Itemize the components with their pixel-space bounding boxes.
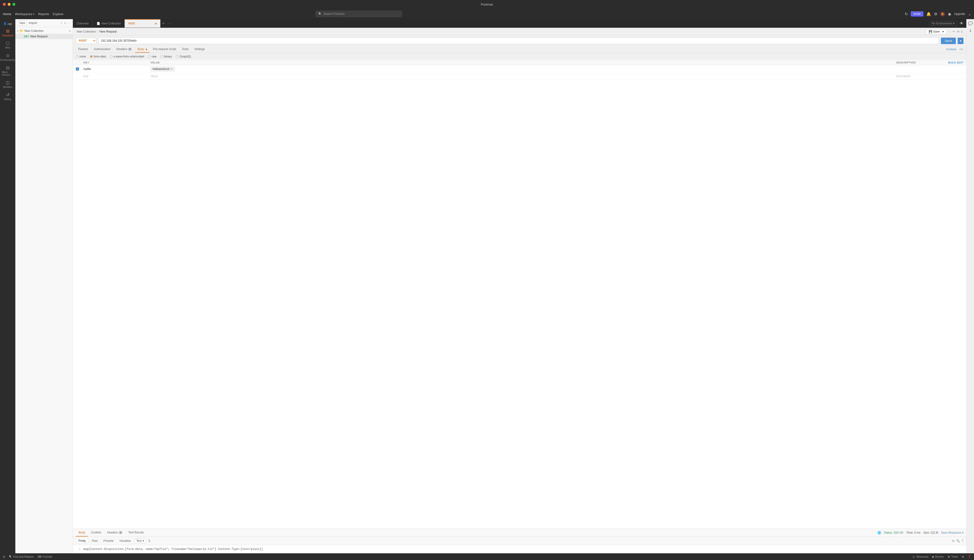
filter-icon[interactable]: ⇅ — [148, 539, 150, 543]
add-icon[interactable]: + — [61, 21, 62, 25]
bootcamp-button[interactable]: 🎓 Bootcamp — [912, 555, 929, 558]
notification-icon[interactable]: 🔔 — [926, 12, 931, 16]
radio-binary[interactable]: binary — [160, 55, 172, 58]
sidebar-item-monitors[interactable]: ◫ Monitors — [1, 78, 14, 90]
nav-explore[interactable]: Explore — [53, 12, 63, 16]
window-controls[interactable] — [3, 3, 15, 6]
save-button[interactable]: 💾 Save ▾ — [926, 29, 946, 34]
layout-toggle[interactable]: ⊞ — [962, 555, 964, 558]
search-bar[interactable]: 🔍 Search Postman — [316, 11, 402, 17]
radio-none[interactable]: none — [76, 55, 86, 58]
radio-graphql[interactable]: GraphQL — [176, 55, 191, 58]
request-item[interactable]: GET New Request — [15, 34, 73, 39]
environment-selector[interactable]: No Environment ▾ — [930, 21, 957, 26]
text-wrap-icon[interactable]: T — [962, 539, 964, 543]
save-dropdown-icon[interactable]: ▾ — [941, 30, 944, 33]
tab-body[interactable]: Body — [135, 46, 150, 53]
breadcrumb-collection[interactable]: New Collection — [77, 30, 96, 33]
sidebar-item-mock-servers[interactable]: ⊟ Mock Servers — [1, 64, 14, 78]
console-button[interactable]: ⌨ Console — [38, 555, 52, 558]
more-tabs-button[interactable]: ··· — [167, 22, 173, 25]
breadcrumb-actions: 💾 Save ▾ ··· ✏ ✉ ℹ — [926, 29, 962, 34]
tab-pre-request[interactable]: Pre-request Script — [150, 46, 179, 53]
tab-tests[interactable]: Tests — [179, 46, 191, 53]
remove-file-button[interactable]: ✕ — [170, 68, 172, 71]
invite-button[interactable]: Invite — [911, 11, 924, 17]
trash-icon: 🗑 — [947, 555, 950, 558]
tabbar-right: No Environment ▾ 👁 — [930, 21, 966, 26]
add-tab-button[interactable]: + — [160, 21, 166, 26]
nav-home[interactable]: Home — [3, 12, 11, 16]
user-avatar[interactable]: 👤 pgp — [2, 21, 13, 26]
key-cell[interactable]: myfile — [84, 67, 150, 71]
tab-new-collection[interactable]: 📄 New Collection — [93, 19, 125, 28]
trash-button[interactable]: 🗑 Trash — [947, 555, 958, 558]
edit-icon[interactable]: ✏ — [953, 30, 955, 33]
sidebar-item-environments[interactable]: ⊙ Environments — [1, 52, 14, 63]
resp-tab-headers[interactable]: Headers 3 — [104, 529, 125, 537]
description-placeholder[interactable]: Description — [896, 75, 944, 78]
code-content[interactable]: map[Content-Disposition:[form-data; name… — [84, 547, 263, 552]
cookies-link[interactable]: Cookies — [946, 48, 956, 51]
sync-icon[interactable]: ↻ — [905, 12, 908, 16]
rv-tab-pretty[interactable]: Pretty — [76, 538, 89, 543]
radio-urlencoded[interactable]: x-www-form-urlencoded — [110, 55, 144, 58]
tab-authorization[interactable]: Authorization — [91, 46, 113, 53]
nav-reports[interactable]: Reports — [38, 12, 49, 16]
code-icon[interactable]: </> — [959, 48, 964, 51]
resp-tab-body[interactable]: Body — [76, 529, 88, 537]
more-actions-button[interactable]: ··· — [948, 30, 951, 33]
tab-headers[interactable]: Headers 9 — [114, 46, 134, 53]
help-icon[interactable]: ❓ — [968, 555, 971, 558]
value-placeholder[interactable]: Value — [150, 75, 896, 78]
collection-badge: ⇅ — [69, 30, 71, 32]
sidebar-item-history[interactable]: ↺ History — [1, 91, 14, 102]
row-checkbox[interactable]: ✓ — [76, 67, 79, 71]
filter-icon[interactable]: ≡ — [64, 21, 66, 25]
save-response-button[interactable]: Save Response ▾ — [941, 531, 964, 534]
send-dropdown-button[interactable]: ▾ — [958, 38, 964, 44]
rv-tab-preview[interactable]: Preview — [101, 538, 116, 543]
copy-icon[interactable]: ⧉ — [952, 539, 954, 543]
info-icon[interactable]: ℹ — [970, 28, 971, 33]
send-button[interactable]: Send — [941, 38, 956, 44]
nav-workspaces[interactable]: Workspaces ▾ — [15, 12, 34, 16]
avatar-icon[interactable]: ◉ — [948, 12, 951, 16]
tab-settings[interactable]: Settings — [192, 46, 207, 53]
rv-tab-visualize[interactable]: Visualize — [117, 538, 133, 543]
upgrade-button[interactable]: Upgrade — [954, 12, 965, 15]
comment-icon[interactable]: 💬 — [968, 21, 973, 26]
sidebar-item-collections[interactable]: ⊞ Collections — [1, 27, 14, 38]
import-button[interactable]: Import — [29, 21, 37, 25]
bell-icon[interactable]: 🔕 — [940, 12, 945, 16]
key-placeholder[interactable]: Key — [84, 75, 150, 78]
tab-request[interactable]: POST New Request — [125, 19, 160, 28]
bulk-edit-link[interactable]: Bulk Edit — [944, 61, 964, 64]
minimize-button[interactable] — [8, 3, 10, 6]
radio-form-data[interactable]: form-data — [90, 55, 106, 58]
close-button[interactable] — [3, 3, 6, 6]
expand-icon[interactable]: ⌄ — [968, 12, 971, 16]
text-format-selector[interactable]: Text ▾ — [134, 538, 146, 543]
search-icon[interactable]: 🔍 — [956, 539, 960, 543]
send-to-icon[interactable]: ✉ — [957, 30, 959, 33]
radio-raw[interactable]: raw — [148, 55, 156, 58]
eye-icon[interactable]: 👁 — [960, 21, 964, 26]
tab-overview[interactable]: Overview — [73, 19, 93, 28]
resp-tab-cookies[interactable]: Cookies — [88, 529, 104, 537]
resp-tab-test-results[interactable]: Test Results — [125, 529, 147, 537]
new-button[interactable]: New — [18, 21, 27, 25]
tab-params[interactable]: Params — [76, 46, 90, 53]
rv-tab-raw[interactable]: Raw — [89, 538, 100, 543]
info-icon[interactable]: ℹ — [961, 30, 962, 33]
maximize-button[interactable] — [12, 3, 15, 6]
url-input[interactable] — [98, 37, 939, 44]
method-selector[interactable]: POST GET PUT DELETE PATCH — [76, 38, 96, 44]
collection-item[interactable]: ▾ 📁 New Collection ⇅ — [15, 28, 73, 34]
runner-button[interactable]: ▶ Runner — [932, 555, 944, 558]
settings-icon[interactable]: ⚙ — [934, 12, 937, 16]
find-replace-button[interactable]: 🔍 Find and Replace — [9, 555, 34, 558]
sidebar-item-apis[interactable]: ⬡ APIs — [1, 39, 14, 50]
layout-icon[interactable]: ⊟ — [3, 555, 5, 558]
more-icon[interactable]: ··· — [68, 21, 70, 25]
